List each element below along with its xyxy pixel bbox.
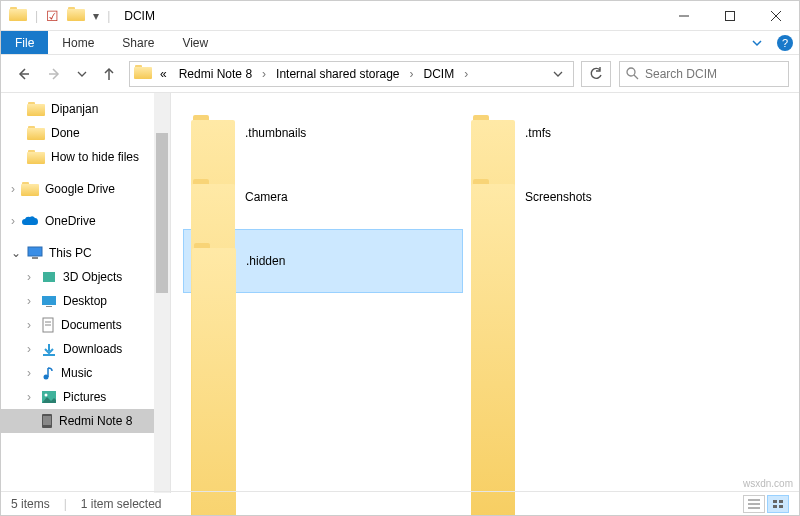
explorer-body: Dipanjan Done How to hide files ›Google …	[1, 93, 799, 493]
recent-locations-button[interactable]	[75, 62, 89, 86]
chevron-down-icon[interactable]: ⌄	[11, 246, 21, 260]
view-tab[interactable]: View	[168, 31, 222, 54]
chevron-right-icon[interactable]: ›	[260, 67, 268, 81]
svg-line-8	[634, 75, 638, 79]
minimize-button[interactable]	[661, 1, 707, 31]
tree-view: Dipanjan Done How to hide files ›Google …	[1, 93, 170, 433]
sidebar-item-3d-objects[interactable]: ›3D Objects	[1, 265, 170, 289]
folder-icon	[21, 182, 39, 196]
folder-label: .tmfs	[525, 126, 551, 140]
forward-button[interactable]	[43, 62, 67, 86]
folder-label: .hidden	[246, 254, 285, 268]
help-icon: ?	[777, 35, 793, 51]
item-icon	[41, 342, 57, 356]
sidebar-item-desktop[interactable]: ›Desktop	[1, 289, 170, 313]
status-bar: 5 items | 1 item selected	[1, 491, 799, 515]
item-count: 5 items	[11, 497, 50, 511]
breadcrumb-segment[interactable]: Redmi Note 8	[175, 67, 256, 81]
chevron-right-icon[interactable]: ›	[27, 294, 35, 308]
large-icons-view-button[interactable]	[767, 495, 789, 513]
refresh-button[interactable]	[581, 61, 611, 87]
folder-icon	[471, 179, 515, 215]
pc-icon	[27, 246, 43, 260]
sidebar-item-pictures[interactable]: ›Pictures	[1, 385, 170, 409]
qat-separator: |	[107, 9, 110, 23]
close-button[interactable]	[753, 1, 799, 31]
home-tab[interactable]: Home	[48, 31, 108, 54]
chevron-right-icon[interactable]: ›	[27, 270, 35, 284]
folder-icon	[27, 126, 45, 140]
selection-count: 1 item selected	[81, 497, 162, 511]
chevron-right-icon[interactable]: ›	[27, 318, 35, 332]
sidebar-item-onedrive[interactable]: ›OneDrive	[1, 209, 170, 233]
scrollbar-vertical[interactable]	[154, 93, 170, 493]
folder-icon	[27, 150, 45, 164]
chevron-right-icon[interactable]: ›	[11, 182, 15, 196]
sidebar-item-redmi-note-8[interactable]: Redmi Note 8	[1, 409, 170, 433]
chevron-right-icon[interactable]: ›	[462, 67, 470, 81]
sidebar-item-howtohide[interactable]: How to hide files	[1, 145, 170, 169]
qat-dropdown-icon[interactable]: ▾	[93, 9, 99, 23]
chevron-right-icon[interactable]: ›	[27, 366, 35, 380]
breadcrumb-overflow[interactable]: «	[156, 67, 171, 81]
sidebar-item-this-pc[interactable]: ⌄This PC	[1, 241, 170, 265]
window-title: DCIM	[118, 9, 155, 23]
folder-label: Screenshots	[525, 190, 592, 204]
chevron-right-icon[interactable]: ›	[27, 390, 35, 404]
svg-rect-13	[46, 306, 52, 307]
svg-rect-12	[42, 296, 56, 305]
svg-point-7	[627, 68, 635, 76]
qat-separator: |	[35, 9, 38, 23]
item-icon	[41, 390, 57, 404]
item-icon	[41, 294, 57, 308]
folder-label: .thumbnails	[245, 126, 306, 140]
sidebar-item-dipanjan[interactable]: Dipanjan	[1, 97, 170, 121]
address-bar[interactable]: « Redmi Note 8 › Internal shared storage…	[129, 61, 574, 87]
chevron-right-icon[interactable]: ›	[27, 342, 35, 356]
ribbon-tabs: File Home Share View ?	[1, 31, 799, 55]
chevron-right-icon[interactable]: ›	[11, 214, 15, 228]
svg-rect-23	[43, 416, 51, 425]
svg-point-21	[45, 394, 48, 397]
maximize-button[interactable]	[707, 1, 753, 31]
svg-rect-1	[726, 11, 735, 20]
sidebar-item-done[interactable]: Done	[1, 121, 170, 145]
folder-icon	[67, 7, 85, 24]
details-view-button[interactable]	[743, 495, 765, 513]
search-input[interactable]: Search DCIM	[619, 61, 789, 87]
svg-rect-10	[32, 257, 38, 259]
quick-access-toolbar: | ☑ ▾ |	[1, 7, 118, 24]
share-tab[interactable]: Share	[108, 31, 168, 54]
sidebar-item-downloads[interactable]: ›Downloads	[1, 337, 170, 361]
content-pane[interactable]: .thumbnails.tmfsCameraScreenshots.hidden	[171, 93, 799, 493]
breadcrumb-segment[interactable]: Internal shared storage	[272, 67, 403, 81]
file-tab[interactable]: File	[1, 31, 48, 54]
folder-icon	[191, 115, 235, 151]
ribbon-expand-button[interactable]	[743, 31, 771, 54]
svg-rect-11	[43, 272, 55, 282]
folder-icon	[191, 179, 235, 215]
folder-icon	[192, 243, 236, 279]
folder-item[interactable]: .thumbnails	[183, 101, 463, 165]
breadcrumb-segment[interactable]: DCIM	[419, 67, 458, 81]
folder-icon	[27, 102, 45, 116]
chevron-right-icon[interactable]: ›	[407, 67, 415, 81]
sidebar-item-documents[interactable]: ›Documents	[1, 313, 170, 337]
help-button[interactable]: ?	[771, 31, 799, 54]
checkbox-icon[interactable]: ☑	[46, 8, 59, 24]
folder-item[interactable]: .tmfs	[463, 101, 743, 165]
up-button[interactable]	[97, 62, 121, 86]
search-placeholder: Search DCIM	[645, 67, 717, 81]
item-icon	[41, 413, 53, 429]
item-icon	[41, 317, 55, 333]
address-dropdown-button[interactable]	[547, 69, 569, 79]
watermark: wsxdn.com	[743, 478, 793, 489]
sidebar-item-google-drive[interactable]: ›Google Drive	[1, 177, 170, 201]
search-icon	[626, 67, 639, 80]
scrollbar-thumb[interactable]	[156, 133, 168, 293]
item-icon	[41, 366, 55, 380]
folder-icon	[9, 7, 27, 24]
title-bar: | ☑ ▾ | DCIM	[1, 1, 799, 31]
back-button[interactable]	[11, 62, 35, 86]
sidebar-item-music[interactable]: ›Music	[1, 361, 170, 385]
